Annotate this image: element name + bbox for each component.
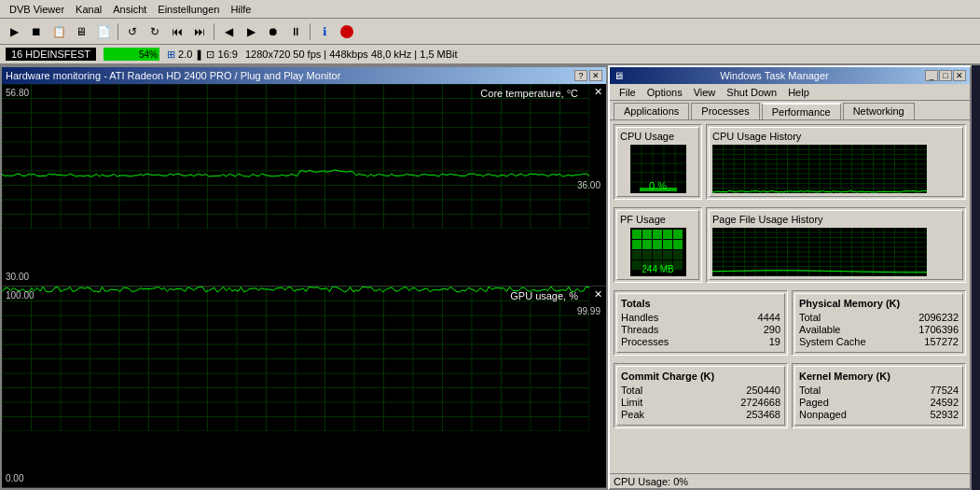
toolbar-btn-1[interactable]: ▶ [4, 21, 24, 42]
tab-processes[interactable]: Processes [691, 103, 759, 119]
commit-peak-value: 253468 [746, 409, 780, 420]
toolbar-btn-13[interactable]: ⏸ [285, 21, 306, 42]
task-manager-panel: 🖥 Windows Task Manager _ □ ✕ File Option… [608, 65, 972, 490]
toolbar-btn-12[interactable]: ⏺ [263, 21, 283, 42]
toolbar-separator-1 [117, 23, 118, 40]
tm-title-text: Windows Task Manager [720, 70, 829, 81]
threads-label: Threads [621, 324, 658, 335]
temp-chart-canvas [2, 84, 589, 229]
tm-minimize-btn[interactable]: _ [925, 70, 938, 81]
totals-title: Totals [621, 298, 780, 309]
perf-row1: CPU Usage 0 % CPU Usage History [614, 124, 966, 200]
version-icon: ⊞ [167, 49, 175, 60]
tab-applications[interactable]: Applications [614, 103, 689, 119]
toolbar-btn-10[interactable]: ◀ [218, 21, 239, 42]
hw-close-btn[interactable]: ✕ [589, 70, 602, 81]
hw-monitor-panel: Hardware monitoring - ATI Radeon HD 2400… [0, 65, 608, 490]
stream-info: 1280x720 50 fps | 448kbps 48,0 kHz | 1,5… [245, 49, 458, 60]
gpu-chart-close[interactable]: ✕ [594, 288, 602, 301]
ratio-sep: ❚ [195, 49, 206, 60]
processes-row: Processes 19 [621, 336, 780, 347]
phys-available-value: 1706396 [918, 324, 959, 335]
version-display: ⊞ 2.0 ❚ ⊡ 16:9 [167, 49, 238, 61]
kernel-nonpaged-row: Nonpaged 52932 [799, 409, 959, 420]
physical-memory-box: Physical Memory (K) Total 2096232 Availa… [792, 290, 966, 356]
cpu-history-box: CPU Usage History [706, 124, 966, 200]
tm-menu-view[interactable]: View [688, 85, 722, 100]
commit-limit-label: Limit [621, 397, 642, 408]
pf-history-title: Page File Usage History [712, 214, 959, 225]
toolbar-btn-2[interactable]: ⏹ [26, 21, 47, 42]
ratio-icon: ⊡ [206, 49, 214, 60]
cpu-usage-gauge: 0 % [630, 145, 686, 193]
cpu-usage-box-inner: CPU Usage 0 % [616, 127, 699, 197]
cpu-usage-box: CPU Usage 0 % [614, 124, 702, 200]
main-area: Hardware monitoring - ATI Radeon HD 2400… [0, 65, 980, 490]
menu-ansicht[interactable]: Ansicht [107, 2, 152, 17]
kernel-paged-row: Paged 24592 [799, 397, 959, 408]
ratio-value: 16:9 [218, 49, 238, 60]
toolbar-btn-5[interactable]: 📄 [93, 21, 114, 42]
gpu-chart-canvas [2, 287, 589, 431]
cpu-history-box-inner: CPU Usage History [709, 127, 963, 197]
tm-maximize-btn[interactable]: □ [939, 70, 952, 81]
tm-close-btn[interactable]: ✕ [953, 70, 966, 81]
tm-tabs: Applications Processes Performance Netwo… [610, 101, 970, 120]
commit-total-row: Total 250440 [621, 385, 780, 396]
kernel-paged-value: 24592 [930, 397, 959, 408]
physical-memory-box-inner: Physical Memory (K) Total 2096232 Availa… [794, 293, 963, 353]
commit-peak-label: Peak [621, 409, 644, 420]
hw-title-text: Hardware monitoring - ATI Radeon HD 2400… [6, 70, 574, 81]
signal-strength: 54% [104, 48, 159, 61]
tab-networking[interactable]: Networking [843, 103, 915, 119]
menu-kanal[interactable]: Kanal [70, 2, 107, 17]
handles-value: 4444 [758, 312, 780, 323]
tm-menu-options[interactable]: Options [642, 85, 688, 100]
temp-chart-close[interactable]: ✕ [594, 86, 602, 98]
processes-label: Processes [621, 336, 669, 347]
tm-status-text: CPU Usage: 0% [614, 476, 688, 487]
pf-history-box-inner: Page File Usage History [709, 210, 963, 280]
toolbar-btn-9[interactable]: ⏭ [189, 21, 210, 42]
toolbar: ▶ ⏹ 📋 🖥 📄 ↺ ↻ ⏮ ⏭ ◀ ▶ ⏺ ⏸ ℹ [0, 19, 980, 45]
phys-cache-label: System Cache [799, 336, 866, 347]
info-btn[interactable]: ℹ [314, 21, 335, 42]
gpu-value-right: 99.99 [577, 306, 600, 316]
kernel-nonpaged-label: Nonpaged [799, 409, 847, 420]
phys-total-value: 2096232 [918, 312, 959, 323]
pf-usage-value: 244 MB [630, 264, 686, 274]
tm-menu-file[interactable]: File [614, 85, 642, 100]
commit-charge-title: Commit Charge (K) [621, 371, 780, 382]
pf-usage-box-inner: PF Usage 244 MB [616, 210, 699, 280]
tab-performance[interactable]: Performance [762, 103, 841, 119]
menu-hilfe[interactable]: Hilfe [225, 2, 256, 17]
kernel-total-row: Total 77524 [799, 385, 959, 396]
gpu-chart-label: GPU usage, % [510, 290, 578, 301]
tm-menubar: File Options View Shut Down Help [610, 84, 970, 101]
tm-menu-shutdown[interactable]: Shut Down [721, 85, 782, 100]
gpu-chart-wrapper: GPU usage, % ✕ 100.00 0.00 99.99 [2, 287, 606, 489]
kernel-total-value: 77524 [930, 385, 959, 396]
record-indicator [340, 25, 353, 38]
cpu-usage-title: CPU Usage [620, 131, 696, 142]
perf-row2: PF Usage 244 MB Page File Usage History [614, 207, 966, 283]
toolbar-btn-4[interactable]: 🖥 [71, 21, 91, 42]
threads-value: 290 [764, 324, 780, 335]
tm-titlebar: 🖥 Windows Task Manager _ □ ✕ [610, 67, 970, 84]
hw-help-btn[interactable]: ? [574, 70, 587, 81]
kernel-paged-label: Paged [799, 397, 829, 408]
toolbar-btn-6[interactable]: ↺ [122, 21, 143, 42]
tm-menu-help[interactable]: Help [782, 85, 815, 100]
toolbar-btn-3[interactable]: 📋 [48, 21, 69, 42]
toolbar-btn-7[interactable]: ↻ [145, 21, 165, 42]
gpu-y-top: 100.00 [6, 290, 35, 301]
toolbar-btn-11[interactable]: ▶ [241, 21, 261, 42]
hw-titlebar: Hardware monitoring - ATI Radeon HD 2400… [2, 67, 606, 84]
temp-y-mid: 30.00 [6, 272, 29, 282]
menu-dvbviewer[interactable]: DVB Viewer [4, 2, 70, 17]
menu-einstellungen[interactable]: Einstellungen [152, 2, 225, 17]
totals-box-inner: Totals Handles 4444 Threads 290 Processe… [616, 293, 785, 353]
kernel-memory-title: Kernel Memory (K) [799, 371, 959, 382]
toolbar-btn-8[interactable]: ⏮ [167, 21, 187, 42]
kernel-total-label: Total [799, 385, 821, 396]
